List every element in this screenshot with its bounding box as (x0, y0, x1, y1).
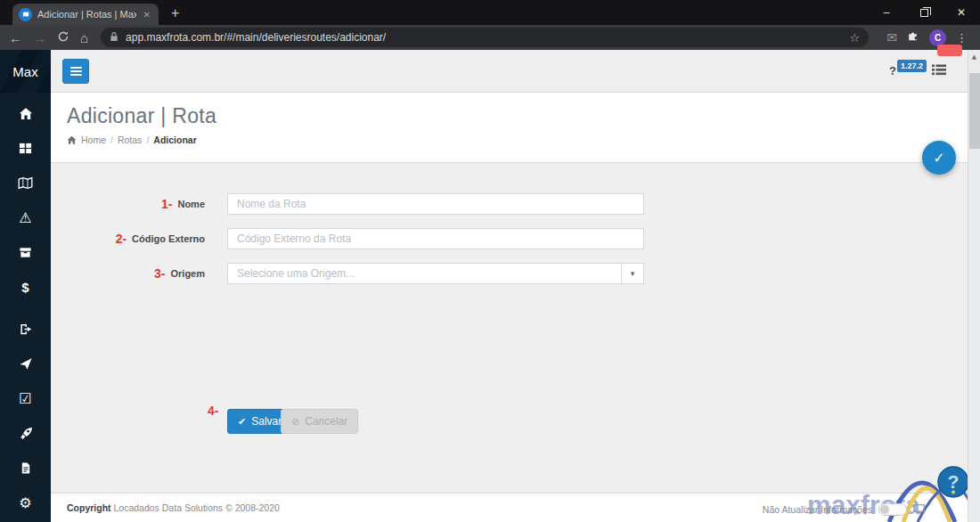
monitor-icon (913, 502, 925, 518)
address-bar[interactable]: app.maxfrota.com.br/#/main/deliveriesrou… (101, 28, 869, 47)
annotation-1: 1- (161, 197, 172, 211)
copyright-text: Copyright Locadados Data Solutions © 200… (67, 502, 280, 513)
field-row-origem-label: 3- Origem (51, 263, 205, 284)
footer-settings: Não Atualizar Informações (763, 502, 925, 518)
browser-urlbar: ← → ⌂ app.maxfrota.com.br/#/main/deliver… (0, 25, 980, 50)
browser-tab[interactable]: Adicionar | Rotas | Maxfrota ✕ (12, 4, 159, 25)
window-restore-button[interactable] (905, 0, 943, 25)
sidebar-item-deliveries[interactable] (0, 235, 51, 270)
check-icon: ✔ (238, 416, 246, 428)
page-header: Adicionar | Rota Home / Rotas / Adiciona… (51, 93, 980, 163)
field-row-nome-label: 1- Nome (51, 193, 205, 215)
hamburger-icon (70, 67, 82, 69)
breadcrumb-rotas[interactable]: Rotas (118, 135, 142, 145)
annotation-3: 3- (154, 266, 165, 281)
sidebar-item-send[interactable] (0, 347, 51, 381)
home-icon (19, 107, 33, 121)
document-icon (20, 461, 32, 475)
sidebar-item-map[interactable] (0, 166, 51, 200)
nome-input[interactable] (227, 193, 644, 215)
browser-tabbar: Adicionar | Rotas | Maxfrota ✕ + – ✕ (0, 0, 980, 25)
refresh-button[interactable] (57, 30, 69, 45)
field-row-codigo-label: 2- Código Externo (51, 228, 205, 249)
sidebar-item-reports[interactable] (0, 451, 51, 485)
ban-icon: ⊘ (291, 416, 299, 428)
codigo-externo-label: Código Externo (132, 233, 205, 244)
back-button[interactable]: ← (9, 31, 22, 45)
confirm-fab-button[interactable]: ✓ (922, 141, 956, 175)
map-icon (18, 176, 33, 190)
codigo-externo-input[interactable] (227, 228, 644, 249)
sidebar-item-alerts[interactable]: ⚠ (0, 200, 51, 235)
annotation-4: 4- (208, 404, 218, 418)
browser-menu-icon[interactable]: ⋮ (956, 31, 968, 45)
tab-title: Adicionar | Rotas | Maxfrota (37, 9, 136, 20)
paper-plane-icon (19, 357, 33, 371)
cancel-button[interactable]: ⊘ Cancelar (281, 409, 358, 434)
warning-icon: ⚠ (19, 211, 31, 225)
window-controls: – ✕ (868, 0, 980, 25)
update-toggle-label: Não Atualizar Informações (763, 504, 872, 515)
sidebar-menu: ⚠ $ ☑ (0, 93, 51, 520)
update-toggle[interactable] (878, 503, 907, 516)
nome-label: Nome (177, 199, 205, 209)
new-tab-button[interactable]: + (171, 4, 179, 23)
breadcrumb-home-icon (67, 135, 77, 145)
app-window: Max ⚠ $ (0, 50, 980, 522)
scrollbar-thumb[interactable] (969, 73, 980, 149)
mail-extension-icon[interactable]: ✉ (886, 30, 897, 45)
app-toolbar: ? 1.27.2 (51, 50, 980, 93)
browser-home-button[interactable]: ⌂ (80, 31, 88, 45)
rocket-icon (19, 427, 33, 441)
sidebar-item-settings[interactable]: ⚙ (0, 485, 51, 520)
url-text: app.maxfrota.com.br/#/main/deliveriesrou… (126, 31, 843, 44)
breadcrumb: Home / Rotas / Adicionar (67, 135, 980, 145)
list-view-icon[interactable] (932, 63, 946, 79)
page-title: Adicionar | Rota (67, 104, 980, 128)
sidebar-item-modules[interactable] (0, 131, 51, 166)
check-square-icon: ☑ (19, 392, 31, 406)
browser-extensions: ✉ C ⋮ (886, 29, 971, 46)
profile-avatar[interactable]: C (929, 29, 946, 46)
gear-icon: ⚙ (19, 496, 31, 510)
page-scrollbar[interactable]: ▲ (968, 50, 980, 522)
breadcrumb-home[interactable]: Home (81, 135, 106, 145)
sidebar: Max ⚠ $ (0, 50, 51, 522)
breadcrumb-current: Adicionar (153, 135, 196, 145)
grid-icon (19, 142, 32, 155)
origem-select-input[interactable] (228, 264, 621, 283)
chevron-down-icon[interactable]: ▾ (621, 264, 643, 283)
favicon-icon (19, 8, 32, 21)
brand-help-icon: ? (948, 471, 960, 492)
scroll-up-arrow[interactable]: ▲ (968, 50, 980, 63)
notification-badge (937, 45, 962, 56)
sidebar-item-home[interactable] (0, 96, 51, 131)
origem-select[interactable]: ▾ (227, 263, 644, 284)
box-icon (19, 246, 32, 259)
help-button[interactable]: ? (889, 64, 896, 77)
dollar-icon: $ (21, 281, 29, 294)
bookmark-star-icon[interactable]: ☆ (850, 31, 861, 45)
sidebar-item-rocket[interactable] (0, 416, 51, 451)
sidebar-item-tasks[interactable]: ☑ (0, 381, 51, 416)
main-area: ? 1.27.2 Adicionar | Rota Home / Rotas /… (51, 50, 980, 522)
tab-close-icon[interactable]: ✕ (142, 10, 152, 20)
lock-icon (110, 29, 118, 45)
hamburger-menu-button[interactable] (62, 59, 89, 84)
restore-icon (920, 9, 928, 17)
annotation-2: 2- (116, 232, 127, 246)
sidebar-item-finance[interactable]: $ (0, 270, 51, 305)
version-badge: 1.27.2 (897, 60, 927, 72)
origem-label: Origem (170, 268, 205, 279)
sidebar-item-logout[interactable] (0, 312, 51, 347)
forward-button[interactable]: → (33, 31, 46, 45)
window-close-button[interactable]: ✕ (943, 0, 980, 25)
form-content: 1- Nome 2- Código Externo 3- Origem ▾ (51, 163, 980, 493)
logout-icon (19, 322, 33, 336)
app-logo[interactable]: Max (0, 50, 51, 93)
screen: Adicionar | Rotas | Maxfrota ✕ + – ✕ ← →… (0, 0, 980, 522)
extensions-puzzle-icon[interactable] (907, 29, 919, 45)
window-minimize-button[interactable]: – (868, 0, 905, 25)
